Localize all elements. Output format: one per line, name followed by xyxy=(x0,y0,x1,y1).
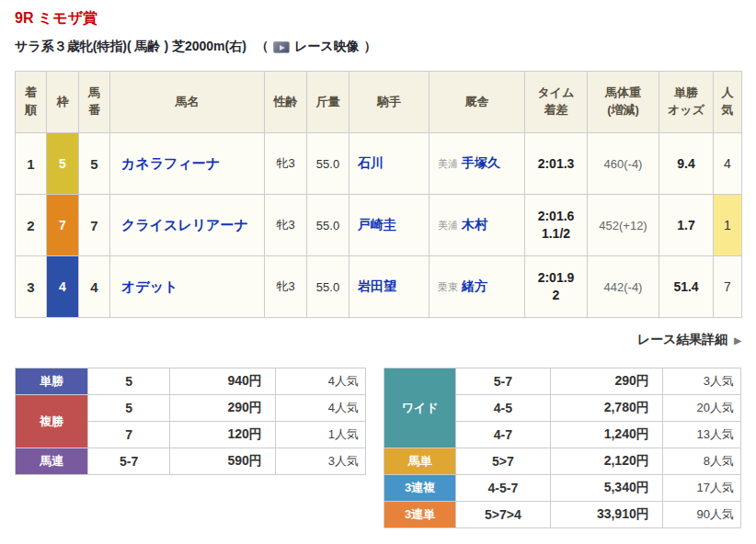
popularity: 7 xyxy=(714,256,742,318)
horse-name-link[interactable]: カネラフィーナ xyxy=(121,155,220,171)
horse-weight: 460(-4) xyxy=(588,133,659,195)
popularity: 13人気 xyxy=(662,422,740,448)
race-result-detail-link[interactable]: レース結果詳細▶ xyxy=(637,332,741,346)
finish-position: 3 xyxy=(16,256,47,318)
jockey-cell: 石川 xyxy=(349,133,430,195)
frame-number: 5 xyxy=(47,133,79,195)
jockey-cell: 岩田望 xyxy=(349,256,430,318)
popularity: 4人気 xyxy=(275,368,365,395)
race-conditions: サラ系３歳牝(特指)( 馬齢 ) 芝2000m(右) （ レース映像 ） xyxy=(15,39,741,55)
payout-row-win: 単勝 5 940円 4人気 xyxy=(16,368,366,395)
jockey-link[interactable]: 岩田望 xyxy=(358,278,396,293)
time-margin: 2:01.6 1.1/2 xyxy=(525,195,588,256)
race-result-page: 9R ミモザ賞 サラ系３歳牝(特指)( 馬齢 ) 芝2000m(右) （ レース… xyxy=(0,0,756,528)
win-odds: 1.7 xyxy=(659,195,714,256)
col-header-horse-no: 馬 番 xyxy=(79,72,110,133)
win-odds: 51.4 xyxy=(659,256,714,318)
payout-row-wide-1: ワイド 5-7 290円 3人気 xyxy=(384,368,741,395)
col-header-horse-name: 馬名 xyxy=(110,72,265,133)
popularity: 4人気 xyxy=(275,395,365,422)
bet-type-exacta: 馬単 xyxy=(384,448,456,475)
col-header-horse-weight: 馬体重 (増減) xyxy=(588,72,659,133)
finish-position: 2 xyxy=(16,195,47,256)
amount: 120円 xyxy=(169,422,275,448)
combo: 5 xyxy=(88,395,169,422)
race-video-label: レース映像 xyxy=(294,39,360,55)
combo: 4-7 xyxy=(456,422,550,448)
bet-type-place: 複勝 xyxy=(16,395,88,448)
carried-weight: 55.0 xyxy=(307,256,349,318)
trainer-link[interactable]: 木村 xyxy=(462,217,487,232)
paren-open: （ xyxy=(256,39,269,55)
frame-number: 4 xyxy=(47,256,79,318)
bet-type-wide: ワイド xyxy=(384,368,456,448)
time-margin: 2:01.9 2 xyxy=(525,256,588,318)
horse-name-cell: オデット xyxy=(110,256,265,318)
stable-area: 美浦 xyxy=(438,158,458,169)
combo: 4-5 xyxy=(456,395,550,422)
page-title: 9R ミモザ賞 xyxy=(15,9,741,28)
horse-name-cell: カネラフィーナ xyxy=(110,133,265,195)
horse-name-link[interactable]: オデット xyxy=(121,278,178,294)
popularity: 1人気 xyxy=(275,422,365,448)
payout-row-place-1: 複勝 5 290円 4人気 xyxy=(16,395,366,422)
col-header-popularity: 人 気 xyxy=(714,72,742,133)
payout-table-right: ワイド 5-7 290円 3人気 4-5 2,780円 20人気 4-7 1,2… xyxy=(384,368,741,528)
popularity: 20人気 xyxy=(662,395,740,422)
payout-row-quinella: 馬連 5-7 590円 3人気 xyxy=(16,448,366,475)
col-header-finish: 着 順 xyxy=(16,72,47,133)
stable-cell: 美浦手塚久 xyxy=(430,133,525,195)
popularity: 3人気 xyxy=(275,448,365,475)
popularity: 4 xyxy=(714,133,742,195)
col-header-stable: 厩舎 xyxy=(430,72,525,133)
bet-type-trifecta: 3連単 xyxy=(384,502,456,528)
popularity: 17人気 xyxy=(662,475,740,502)
race-results-table: 着 順 枠 馬 番 馬名 性齢 斤量 騎手 厩舎 タイム 着差 馬体重 (増減)… xyxy=(15,71,742,318)
combo: 5>7 xyxy=(456,448,550,475)
amount: 5,340円 xyxy=(550,475,662,502)
stable-area: 栗東 xyxy=(438,281,458,292)
popularity: 8人気 xyxy=(662,448,740,475)
horse-number: 5 xyxy=(79,133,110,195)
amount: 590円 xyxy=(169,448,275,475)
amount: 33,910円 xyxy=(550,502,662,528)
stable-cell: 美浦木村 xyxy=(430,195,525,256)
sex-age: 牝3 xyxy=(265,133,307,195)
amount: 290円 xyxy=(550,368,662,395)
popularity: 90人気 xyxy=(662,502,740,528)
frame-number: 7 xyxy=(47,195,79,256)
popularity-first-favorite: 1 xyxy=(714,195,742,256)
combo: 5>7>4 xyxy=(456,502,550,528)
bet-type-quinella: 馬連 xyxy=(16,448,88,475)
stable-area: 美浦 xyxy=(438,220,458,231)
video-play-icon xyxy=(273,41,290,53)
jockey-link[interactable]: 石川 xyxy=(358,155,384,170)
result-row-2: 2 7 7 クライスレリアーナ 牝3 55.0 戸崎圭 美浦木村 2:01.6 … xyxy=(16,195,742,256)
race-video-link[interactable]: （ レース映像 ） xyxy=(256,39,377,55)
race-conditions-text: サラ系３歳牝(特指)( 馬齢 ) 芝2000m(右) xyxy=(15,39,246,55)
result-row-1: 1 5 5 カネラフィーナ 牝3 55.0 石川 美浦手塚久 2:01.3 46… xyxy=(16,133,742,195)
amount: 290円 xyxy=(169,395,275,422)
horse-weight: 442(-4) xyxy=(588,256,659,318)
sex-age: 牝3 xyxy=(265,256,307,318)
payout-row-trifecta: 3連単 5>7>4 33,910円 90人気 xyxy=(384,502,741,528)
combo: 4-5-7 xyxy=(456,475,550,502)
bet-type-win: 単勝 xyxy=(16,368,88,395)
payout-row-exacta: 馬単 5>7 2,120円 8人気 xyxy=(384,448,741,475)
payout-section: 単勝 5 940円 4人気 複勝 5 290円 4人気 7 120円 1人気 馬… xyxy=(15,368,741,528)
horse-weight: 452(+12) xyxy=(588,195,659,256)
finish-position: 1 xyxy=(16,133,47,195)
carried-weight: 55.0 xyxy=(307,133,349,195)
payout-row-trio: 3連複 4-5-7 5,340円 17人気 xyxy=(384,475,741,502)
combo: 5 xyxy=(88,368,169,395)
carried-weight: 55.0 xyxy=(307,195,349,256)
win-odds: 9.4 xyxy=(659,133,714,195)
jockey-link[interactable]: 戸崎圭 xyxy=(358,217,396,232)
trainer-link[interactable]: 緒方 xyxy=(462,278,487,293)
horse-name-link[interactable]: クライスレリアーナ xyxy=(121,217,248,232)
amount: 2,780円 xyxy=(550,395,662,422)
popularity: 3人気 xyxy=(662,368,740,395)
trainer-link[interactable]: 手塚久 xyxy=(462,155,500,170)
col-header-sex-age: 性齢 xyxy=(265,72,307,133)
sex-age: 牝3 xyxy=(265,195,307,256)
